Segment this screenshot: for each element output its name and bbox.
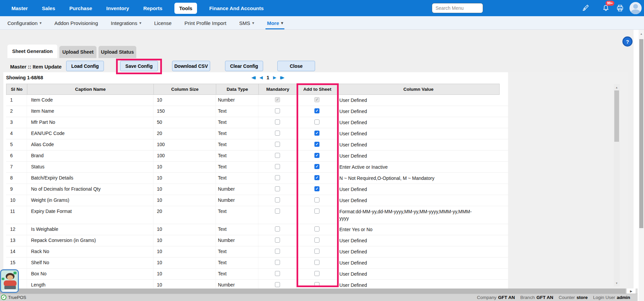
nav-item-reports[interactable]: Reports: [141, 3, 165, 13]
mandatory-checkbox-unchecked[interactable]: [275, 131, 280, 136]
mandatory-checkbox-unchecked[interactable]: [275, 108, 280, 113]
cell-mandatory: [258, 235, 297, 246]
add-to-sheet-checkbox-unchecked[interactable]: [314, 271, 319, 276]
add-to-sheet-checkbox-unchecked[interactable]: [314, 249, 319, 254]
page-vertical-scrollbar[interactable]: ▲: [639, 16, 644, 301]
table-row: 14Rack No10TextUser Defined: [6, 246, 508, 257]
mandatory-checkbox-unchecked[interactable]: [275, 186, 280, 191]
cell-mandatory: [258, 195, 297, 206]
session-field-label: Login User: [593, 295, 615, 300]
cell-column-value: User Defined: [337, 195, 508, 206]
cell-column-size: 10: [153, 95, 216, 106]
cell-caption-name: Batch/Expiry Details: [27, 173, 153, 184]
mandatory-checkbox-unchecked[interactable]: [275, 226, 280, 231]
add-to-sheet-checkbox-checked[interactable]: ✓: [314, 175, 319, 180]
user-avatar[interactable]: [629, 2, 642, 14]
scroll-right-icon[interactable]: ▶: [627, 289, 636, 294]
cell-sl-no: 4: [6, 128, 27, 139]
mandatory-checkbox-unchecked[interactable]: [275, 164, 280, 169]
mandatory-checkbox-unchecked[interactable]: [275, 119, 280, 125]
nav-item-purchase[interactable]: Purchase: [67, 3, 94, 13]
subnav-item-more[interactable]: More▾: [267, 20, 283, 26]
chevron-down-icon: ▾: [252, 21, 254, 25]
close-button[interactable]: Close: [277, 61, 315, 71]
session-field-value: GFT AN: [536, 295, 553, 300]
search-input[interactable]: [432, 3, 483, 13]
table-scrollbar-thumb[interactable]: [614, 90, 619, 142]
cell-mandatory: [258, 269, 297, 279]
mandatory-checkbox-unchecked[interactable]: [275, 142, 280, 147]
nav-item-finance-and-accounts[interactable]: Finance And Accounts: [207, 3, 265, 13]
cell-caption-name: EAN/UPC Code: [27, 128, 153, 139]
cell-mandatory: ✓: [258, 95, 297, 106]
sheet-config-panel: Showing 1-68/68 ◀◀ ◀ 1 ▶ ▶▶ Sl NoCaption…: [3, 72, 628, 288]
cell-caption-name: Expiry Date Format: [27, 206, 153, 224]
clear-config-button[interactable]: Clear Config: [225, 61, 263, 71]
tab-upload-status[interactable]: Upload Status: [99, 46, 136, 58]
cell-data-type: Number: [216, 95, 258, 106]
mandatory-checkbox-unchecked[interactable]: [275, 175, 280, 180]
printer-icon[interactable]: [615, 3, 625, 13]
current-page-number[interactable]: 1: [267, 75, 269, 80]
help-icon[interactable]: ?: [622, 36, 633, 47]
cell-mandatory: [258, 106, 297, 117]
add-to-sheet-checkbox-checked[interactable]: ✓: [314, 164, 319, 169]
last-page-button[interactable]: ▶▶: [280, 75, 284, 80]
tab-upload-sheet[interactable]: Upload Sheet: [59, 46, 96, 58]
chevron-down-icon: ▾: [281, 21, 283, 25]
add-to-sheet-checkbox-unchecked[interactable]: [314, 209, 319, 214]
cell-caption-name: Repack Conversion (in Grams): [27, 235, 153, 246]
next-page-button[interactable]: ▶: [273, 75, 276, 80]
add-to-sheet-checkbox-unchecked[interactable]: [314, 119, 319, 125]
nav-item-tools[interactable]: Tools: [174, 3, 197, 14]
mandatory-checkbox-unchecked[interactable]: [275, 271, 280, 276]
save-config-button[interactable]: Save Config: [120, 61, 158, 71]
cell-sl-no: 8: [6, 173, 27, 184]
table-row: 15Shelf No10TextUser Defined: [6, 257, 508, 269]
add-to-sheet-checkbox-checked[interactable]: ✓: [314, 108, 319, 113]
mandatory-checkbox-unchecked[interactable]: [275, 260, 280, 265]
subnav-item-sms[interactable]: SMS▾: [239, 20, 254, 26]
load-config-button[interactable]: Load Config: [66, 61, 104, 71]
cell-column-value: Format:dd-MM-yy,dd-MM-yyyy,MM-yy,MM-yyyy…: [337, 206, 508, 224]
subnav-item-addon-provisioning[interactable]: Addon Provisioning: [54, 20, 98, 26]
add-to-sheet-checkbox-unchecked[interactable]: [314, 226, 319, 231]
mandatory-checkbox-unchecked[interactable]: [275, 282, 280, 287]
first-page-button[interactable]: ◀◀: [251, 75, 256, 80]
add-to-sheet-checkbox-unchecked[interactable]: [314, 238, 319, 243]
cell-column-value: User Defined: [337, 106, 508, 117]
subnav-item-license[interactable]: License: [154, 20, 172, 26]
nav-item-inventory[interactable]: Inventory: [104, 3, 131, 13]
mandatory-checkbox-unchecked[interactable]: [275, 238, 280, 243]
subnav-item-integrations[interactable]: Integrations▾: [111, 20, 141, 26]
cell-sl-no: 2: [6, 106, 27, 117]
add-to-sheet-checkbox-checked[interactable]: ✓: [314, 186, 319, 191]
add-to-sheet-checkbox-checked[interactable]: ✓: [314, 142, 319, 147]
add-to-sheet-checkbox-unchecked[interactable]: [314, 260, 319, 265]
scroll-up-icon[interactable]: ▲: [614, 85, 620, 90]
subnav-item-print-profile-import[interactable]: Print Profile Import: [185, 20, 226, 26]
add-to-sheet-checkbox-checked[interactable]: ✓: [314, 153, 319, 158]
add-to-sheet-checkbox-checked[interactable]: ✓: [314, 131, 319, 136]
horizontal-scrollbar-thumb[interactable]: [0, 289, 626, 294]
scroll-down-icon[interactable]: ▼: [614, 280, 620, 286]
paint-brush-icon[interactable]: [580, 3, 591, 13]
tab-sheet-generation[interactable]: Sheet Generation: [7, 45, 57, 58]
cell-mandatory: [258, 173, 297, 184]
page-scroll-up-icon[interactable]: ▲: [639, 31, 644, 36]
nav-item-master[interactable]: Master: [9, 3, 30, 13]
mandatory-checkbox-unchecked[interactable]: [275, 197, 280, 202]
subnav-item-configuration[interactable]: Configuration▾: [7, 20, 41, 26]
horizontal-scrollbar[interactable]: ▶: [0, 289, 638, 294]
prev-page-button[interactable]: ◀: [259, 75, 263, 80]
mandatory-checkbox-unchecked[interactable]: [275, 153, 280, 158]
page-scrollbar-thumb[interactable]: [639, 39, 643, 228]
download-csv-button[interactable]: Download CSV: [172, 61, 210, 71]
mandatory-checkbox-unchecked[interactable]: [275, 209, 280, 214]
add-to-sheet-checkbox-unchecked[interactable]: [314, 197, 319, 202]
table-vertical-scrollbar[interactable]: ▲ ▼: [614, 84, 620, 286]
nav-item-sales[interactable]: Sales: [40, 3, 57, 13]
support-chat-widget[interactable]: [0, 269, 19, 293]
add-to-sheet-checkbox-unchecked[interactable]: [314, 282, 319, 287]
mandatory-checkbox-unchecked[interactable]: [275, 249, 280, 254]
